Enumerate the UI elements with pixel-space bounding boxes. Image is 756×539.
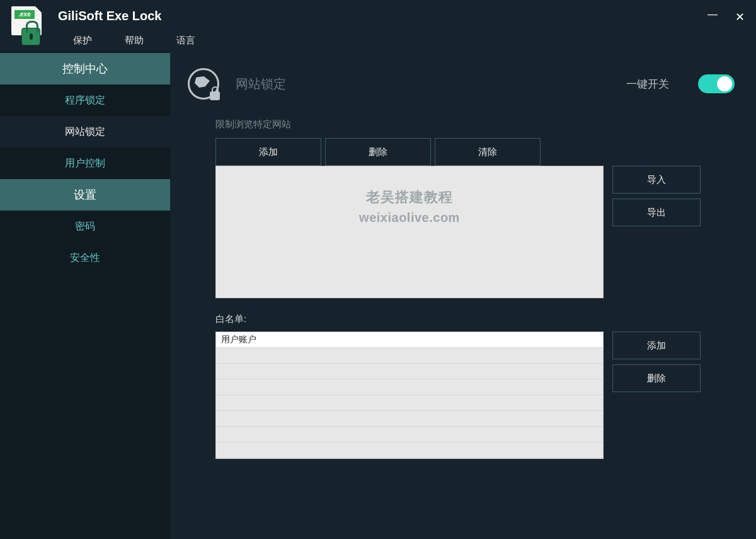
- restricted-listbox[interactable]: 老吴搭建教程 weixiaolive.com: [215, 166, 604, 298]
- whitelist-row-empty: [216, 348, 603, 364]
- whitelist-row-empty: [216, 411, 603, 427]
- app-logo: .exe: [11, 6, 43, 45]
- import-button[interactable]: 导入: [612, 166, 701, 194]
- clear-button[interactable]: 清除: [435, 138, 541, 166]
- export-button[interactable]: 导出: [612, 199, 701, 226]
- menu-bar: 保护 帮助 语言: [58, 35, 195, 47]
- minimize-icon[interactable]: —: [707, 11, 718, 25]
- sidebar-section-control: 控制中心: [0, 53, 170, 84]
- sidebar: 控制中心 程序锁定 网站锁定 用户控制 设置 密码 安全性: [0, 52, 170, 539]
- app-title: GiliSoft Exe Lock: [58, 9, 195, 23]
- sidebar-item-user-control[interactable]: 用户控制: [0, 148, 170, 179]
- whitelist-row-empty: [216, 395, 603, 411]
- menu-protect[interactable]: 保护: [73, 35, 92, 47]
- whitelist-row-empty: [216, 443, 603, 458]
- close-icon[interactable]: ✕: [735, 10, 745, 24]
- sidebar-item-security[interactable]: 安全性: [0, 242, 170, 274]
- whitelist-row-empty: [216, 364, 603, 380]
- restricted-label: 限制浏览特定网站: [215, 119, 735, 130]
- whitelist-row-empty: [216, 427, 603, 443]
- whitelist-row[interactable]: 用户账户: [216, 332, 603, 348]
- sidebar-item-website-lock[interactable]: 网站锁定: [0, 116, 170, 148]
- menu-help[interactable]: 帮助: [125, 35, 144, 47]
- whitelist-delete-button[interactable]: 删除: [612, 364, 701, 392]
- delete-button[interactable]: 删除: [325, 138, 431, 166]
- globe-lock-icon: [188, 68, 219, 100]
- whitelist-label: 白名单:: [215, 313, 735, 325]
- menu-language[interactable]: 语言: [176, 35, 195, 47]
- master-toggle[interactable]: [698, 74, 735, 93]
- sidebar-section-settings: 设置: [0, 179, 170, 211]
- sidebar-item-password[interactable]: 密码: [0, 211, 170, 242]
- whitelist-listbox[interactable]: 用户账户: [215, 332, 604, 459]
- whitelist-row-empty: [216, 380, 603, 395]
- logo-badge: .exe: [14, 10, 35, 19]
- toggle-label: 一键开关: [626, 77, 669, 91]
- sidebar-item-program-lock[interactable]: 程序锁定: [0, 84, 170, 116]
- add-button[interactable]: 添加: [215, 138, 321, 166]
- watermark: 老吴搭建教程 weixiaolive.com: [216, 188, 603, 225]
- whitelist-add-button[interactable]: 添加: [612, 332, 701, 359]
- page-title: 网站锁定: [236, 76, 286, 93]
